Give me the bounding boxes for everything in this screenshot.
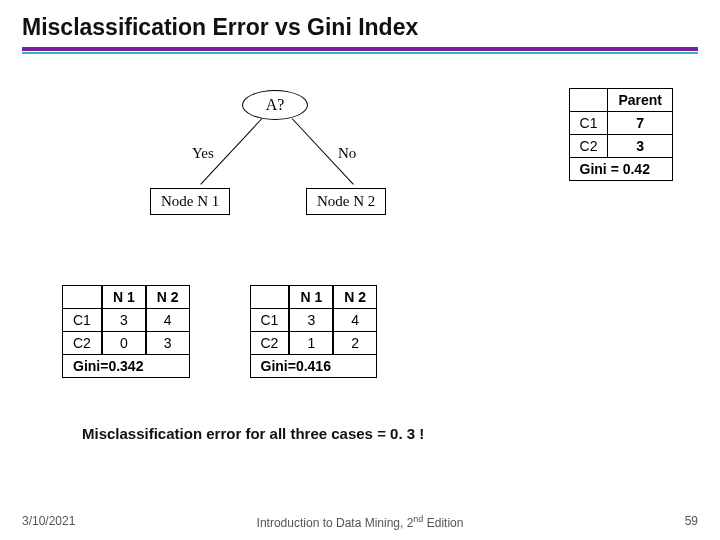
split-footer: Gini=0.342 (63, 355, 190, 378)
cell-value: 4 (333, 309, 376, 332)
col-header: N 2 (146, 286, 189, 309)
split-gini: Gini=0.342 (63, 355, 190, 378)
footer-center-sup: nd (413, 514, 423, 524)
cell-value: 1 (289, 332, 333, 355)
col-header: N 1 (102, 286, 146, 309)
split-gini: Gini=0.416 (250, 355, 377, 378)
title-rule (0, 47, 720, 54)
split-table-1: N 1 N 2 C1 3 4 C2 0 3 Gini=0.342 (62, 285, 190, 378)
col-header: N 2 (333, 286, 376, 309)
table-row: C1 7 (569, 112, 672, 135)
edge-label-yes: Yes (192, 145, 214, 162)
parent-gini: Gini = 0.42 (569, 158, 672, 181)
row-label: C2 (569, 135, 608, 158)
tree-node-n1: Node N 1 (150, 188, 230, 215)
split-table-2: N 1 N 2 C1 3 4 C2 1 2 Gini=0.416 (250, 285, 378, 378)
parent-table: Parent C1 7 C2 3 Gini = 0.42 (569, 88, 673, 181)
cell-value: 3 (102, 309, 146, 332)
row-label: C2 (250, 332, 289, 355)
row-label: C1 (250, 309, 289, 332)
table-row: C2 0 3 (63, 332, 190, 355)
table-row: C1 3 4 (63, 309, 190, 332)
cell-value: 4 (146, 309, 189, 332)
cell-value: 0 (102, 332, 146, 355)
cell-value: 3 (146, 332, 189, 355)
cell-value: 3 (289, 309, 333, 332)
parent-header-blank (569, 89, 608, 112)
row-label: C1 (63, 309, 102, 332)
row-value: 7 (608, 112, 673, 135)
table-row: C2 3 (569, 135, 672, 158)
conclusion-note: Misclassification error for all three ca… (82, 425, 424, 442)
split-footer: Gini=0.416 (250, 355, 377, 378)
footer-center-post: Edition (423, 516, 463, 530)
slide-content: A? Yes No Node N 1 Node N 2 Parent C1 7 … (22, 70, 698, 480)
table-row: C2 1 2 (250, 332, 377, 355)
tree-root: A? (242, 90, 308, 120)
parent-footer: Gini = 0.42 (569, 158, 672, 181)
row-value: 3 (608, 135, 673, 158)
parent-header-label: Parent (608, 89, 673, 112)
cell-value: 2 (333, 332, 376, 355)
footer-center: Introduction to Data Mining, 2nd Edition (22, 514, 698, 530)
corner-blank (63, 286, 102, 309)
row-label: C2 (63, 332, 102, 355)
slide-footer: 3/10/2021 Introduction to Data Mining, 2… (22, 514, 698, 528)
page-title: Misclassification Error vs Gini Index (0, 0, 720, 47)
decision-tree-diagram: A? Yes No Node N 1 Node N 2 (92, 90, 442, 260)
row-label: C1 (569, 112, 608, 135)
table-row: C1 3 4 (250, 309, 377, 332)
col-header: N 1 (289, 286, 333, 309)
split-tables: N 1 N 2 C1 3 4 C2 0 3 Gini=0.342 N 1 N 2 (22, 285, 698, 378)
corner-blank (250, 286, 289, 309)
edge-label-no: No (338, 145, 356, 162)
footer-center-pre: Introduction to Data Mining, 2 (257, 516, 414, 530)
tree-node-n2: Node N 2 (306, 188, 386, 215)
